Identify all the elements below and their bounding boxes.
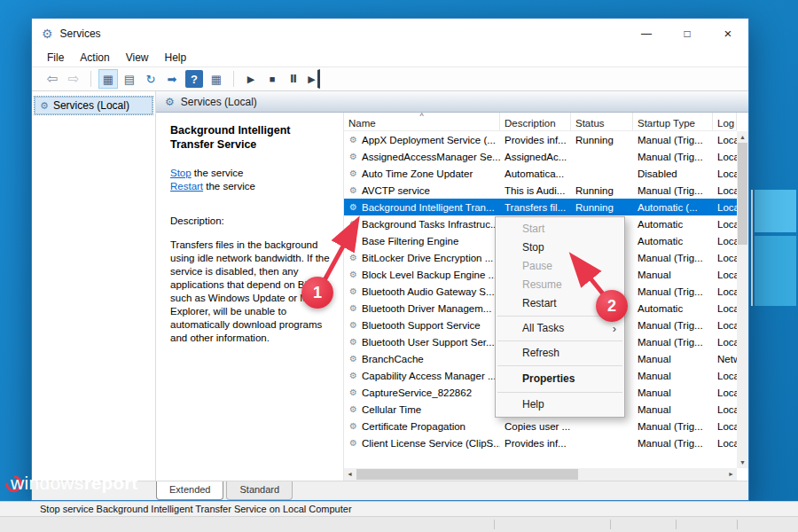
service-logon-cell: Loca... <box>713 367 737 384</box>
scroll-up-icon[interactable]: ▲ <box>737 131 748 143</box>
service-name-cell: ⚙Capability Access Manager ... <box>344 367 500 384</box>
stop-service-link[interactable]: Stop <box>170 168 192 178</box>
service-logon-cell: Loca... <box>713 418 737 434</box>
service-startup-type-cell: Manual <box>633 401 713 418</box>
service-row[interactable]: ⚙Certificate PropagationCopies user ...M… <box>344 418 737 434</box>
forward-icon[interactable]: ⇨ <box>64 69 83 89</box>
start-service-icon[interactable]: ▶ <box>241 69 261 89</box>
service-gear-icon: ⚙ <box>348 354 359 364</box>
tab-standard[interactable]: Standard <box>226 481 293 500</box>
minimize-button[interactable]: — <box>626 19 667 48</box>
service-description-cell: Transfers fil... <box>500 199 571 215</box>
desktop-decoration <box>755 236 796 306</box>
service-row[interactable]: ⚙AVCTP serviceThis is Audi...RunningManu… <box>344 182 737 199</box>
help-icon[interactable]: ? <box>185 70 203 88</box>
service-name-cell: ⚙Base Filtering Engine <box>344 232 500 249</box>
service-startup-type-cell: Manual (Trig... <box>633 283 713 300</box>
scroll-left-icon[interactable]: ◄ <box>344 468 356 481</box>
menu-action[interactable]: Action <box>72 51 117 64</box>
service-name-cell: ⚙Auto Time Zone Updater <box>344 165 500 182</box>
service-startup-type-cell: Automatic <box>633 300 713 317</box>
toolbar: ⇦⇨▦▤↻➡?▦▶■Ⅱ▶ <box>32 67 748 91</box>
horizontal-scroll-thumb[interactable] <box>356 469 578 480</box>
horizontal-scrollbar[interactable]: ◄ ► <box>344 468 737 481</box>
tab-extended[interactable]: Extended <box>156 481 223 500</box>
service-startup-type-cell: Manual (Trig... <box>633 333 713 350</box>
context-menu-item-properties[interactable]: Properties <box>496 369 624 389</box>
service-row[interactable]: ⚙Auto Time Zone UpdaterAutomatica...Disa… <box>344 165 737 182</box>
column-header-startup-type[interactable]: Startup Type <box>633 113 713 130</box>
back-icon[interactable]: ⇦ <box>43 69 62 89</box>
restart-service-link[interactable]: Restart <box>170 181 203 192</box>
close-button[interactable]: × <box>708 19 748 48</box>
service-description-cell: Provides inf... <box>500 434 571 451</box>
service-logon-cell: Loca... <box>713 266 737 283</box>
properties-sheet-icon[interactable]: ▤ <box>120 69 139 89</box>
service-logon-cell: Loca... <box>713 401 737 418</box>
column-header-description[interactable]: Description <box>500 113 571 130</box>
restart-service-icon[interactable]: ▶ <box>305 69 320 89</box>
service-logon-cell: Loca... <box>713 300 737 317</box>
status-bar-panes <box>0 516 798 532</box>
context-menu-separator <box>497 365 622 366</box>
column-header-name[interactable]: ^Name <box>344 113 500 130</box>
context-menu-item-stop[interactable]: Stop <box>496 239 624 257</box>
refresh-console-icon[interactable]: ↻ <box>141 69 160 89</box>
menu-bar: FileActionViewHelp <box>32 48 748 67</box>
desktop: ⚙ Services — □ × FileActionViewHelp ⇦⇨▦▤… <box>0 0 798 532</box>
service-logon-cell: Loca... <box>713 165 737 182</box>
tree-item-services-local[interactable]: ⚙ Services (Local) <box>35 97 153 114</box>
service-row[interactable]: ⚙Background Intelligent Tran...Transfers… <box>344 199 737 215</box>
annotation-badge-1: 1 <box>301 277 333 309</box>
service-name: Bluetooth Driver Managem... <box>362 303 491 314</box>
service-name: Capability Access Manager ... <box>362 371 497 381</box>
service-name: Auto Time Zone Updater <box>362 168 473 179</box>
vertical-scrollbar[interactable]: ▲ ▼ <box>737 131 748 468</box>
service-description-cell: AssignedAc... <box>500 148 571 165</box>
stop-link-suffix: the service <box>192 168 244 178</box>
service-status-cell <box>571 434 633 451</box>
service-startup-type-cell: Manual (Trig... <box>633 317 713 333</box>
service-row[interactable]: ⚙AssignedAccessManager Se...AssignedAc..… <box>344 148 737 165</box>
service-status-cell <box>571 418 633 434</box>
service-startup-type-cell: Automatic <box>633 215 713 232</box>
service-gear-icon: ⚙ <box>348 202 359 212</box>
show-console-tree-icon[interactable]: ▦ <box>98 69 118 89</box>
main-area: ⚙ Services (Local) ⚙ Services (Local) Ba… <box>32 91 748 481</box>
column-header-status[interactable]: Status <box>571 113 633 130</box>
service-gear-icon: ⚙ <box>348 185 359 195</box>
context-menu-item-all-tasks[interactable]: All Tasks› <box>496 319 624 338</box>
desktop-decoration <box>755 190 796 232</box>
menu-help[interactable]: Help <box>157 51 195 64</box>
export-list-icon[interactable]: ➡ <box>162 69 182 89</box>
context-menu-item-help[interactable]: Help <box>496 395 624 414</box>
service-row[interactable]: ⚙Client License Service (ClipS...Provide… <box>344 434 737 451</box>
vertical-scroll-thumb[interactable] <box>738 143 747 245</box>
status-pane-divider <box>610 520 611 529</box>
maximize-button[interactable]: □ <box>667 19 708 48</box>
service-name-cell: ⚙Bluetooth Driver Managem... <box>344 300 500 317</box>
service-gear-icon: ⚙ <box>348 135 359 145</box>
service-startup-type-cell: Manual (Trig... <box>633 418 713 434</box>
column-header-log-on-as[interactable]: Log O <box>713 113 737 130</box>
service-name: BranchCache <box>362 354 424 364</box>
service-name: Certificate Propagation <box>362 421 466 432</box>
extended-view-icon[interactable]: ▦ <box>207 69 226 89</box>
service-name: Client License Service (ClipS... <box>362 438 500 449</box>
menu-view[interactable]: View <box>118 51 157 64</box>
stop-service-icon[interactable]: ■ <box>262 69 282 89</box>
context-menu-item-start[interactable]: Start <box>496 220 624 239</box>
scroll-down-icon[interactable]: ▼ <box>737 457 748 468</box>
pause-service-icon[interactable]: Ⅱ <box>284 69 303 89</box>
scroll-right-icon[interactable]: ► <box>725 468 737 481</box>
service-name-cell: ⚙BitLocker Drive Encryption ... <box>344 249 500 266</box>
window-title: Services <box>60 27 101 40</box>
service-startup-type-cell: Manual (Trig... <box>633 131 713 148</box>
menu-file[interactable]: File <box>39 51 72 64</box>
service-name-cell: ⚙AssignedAccessManager Se... <box>344 148 500 165</box>
context-menu-item-pause[interactable]: Pause <box>496 257 624 276</box>
context-menu-item-refresh[interactable]: Refresh <box>496 344 624 363</box>
service-row[interactable]: ⚙AppX Deployment Service (...Provides in… <box>344 131 737 148</box>
service-name: Cellular Time <box>362 404 421 415</box>
service-description-cell: Copies user ... <box>500 418 571 434</box>
